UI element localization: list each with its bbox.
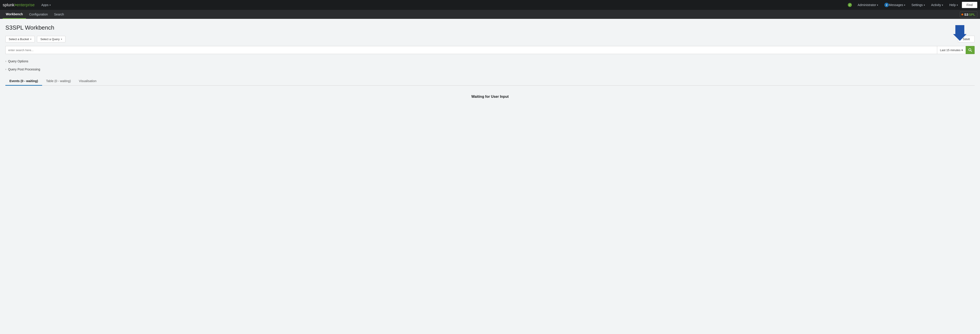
apps-label: Apps [41,3,49,7]
arrow-decoration [953,25,967,42]
administrator-menu[interactable]: Administrator ▾ [856,0,880,10]
apps-chevron-icon: ▾ [49,4,51,6]
administrator-chevron-icon: ▾ [877,4,878,6]
tab-events[interactable]: Events (0 - waiting) [5,77,42,86]
tab-visualisation[interactable]: Visualisation [75,77,100,86]
help-chevron-icon: ▾ [957,4,958,6]
secondary-navigation: Workbench Configuration Search S3 SPL [0,10,980,19]
activity-chevron-icon: ▾ [942,4,943,6]
messages-label: Messages [889,3,903,7]
configuration-label: Configuration [29,13,48,16]
tab-visualisation-label: Visualisation [79,79,96,83]
search-button[interactable] [966,46,975,54]
search-icon [968,48,972,52]
time-picker-chevron-icon: ▾ [961,48,963,52]
main-content: S3SPL Workbench Select a Bucket ▾ Select… [0,19,980,334]
query-options-chevron-icon: › [5,60,6,63]
query-options-label: Query Options [8,59,28,63]
status-check-icon: ✓ [849,3,851,6]
workbench-nav-item[interactable]: Workbench [3,10,26,19]
time-picker-label: Last 15 minutes [940,48,961,52]
query-options-section[interactable]: › Query Options [5,57,975,65]
help-menu[interactable]: Help ▾ [947,0,960,10]
find-button[interactable]: Find [962,2,977,8]
activity-label: Activity [931,3,941,7]
administrator-label: Administrator [858,3,876,7]
settings-label: Settings [912,3,923,7]
workbench-label: Workbench [6,12,23,16]
svg-marker-0 [953,25,967,41]
select-query-button[interactable]: Select a Query ▾ [37,36,65,42]
status-indicator: ✓ [846,3,854,7]
toolbar-row: Select a Bucket ▾ Select a Query ▾ Save [5,36,975,42]
svg-line-2 [970,51,972,51]
tab-events-label: Events (0 - waiting) [10,79,38,83]
messages-badge: 2 [885,3,889,7]
query-post-processing-section[interactable]: › Query Post Processing [5,65,975,74]
select-bucket-button[interactable]: Select a Bucket ▾ [5,36,35,42]
select-query-label: Select a Query [40,37,60,41]
select-query-caret-icon: ▾ [61,38,62,40]
results-tabs: Events (0 - waiting) Table (0 - waiting)… [5,77,975,86]
top-navigation: splunk>enterprise Apps ▾ ✓ Administrator… [0,0,980,10]
messages-chevron-icon: ▾ [904,4,905,6]
query-post-processing-chevron-icon: › [5,68,6,71]
search-input[interactable] [5,46,937,54]
logo: splunk>enterprise [3,3,35,7]
badge-s3-text: S3 [964,13,968,16]
search-bar: Last 15 minutes ▾ [5,46,975,54]
query-post-processing-label: Query Post Processing [8,67,40,71]
badge-spl-text: SPL [969,13,975,16]
activity-menu[interactable]: Activity ▾ [929,0,945,10]
messages-menu[interactable]: 2 Messages ▾ [882,0,907,10]
settings-menu[interactable]: Settings ▾ [909,0,927,10]
status-dot-icon: ✓ [848,3,852,7]
splunk-logo-text: splunk>enterprise [3,3,35,7]
tab-table[interactable]: Table (0 - waiting) [42,77,75,86]
time-picker-button[interactable]: Last 15 minutes ▾ [937,46,966,54]
settings-chevron-icon: ▾ [924,4,925,6]
select-bucket-caret-icon: ▾ [30,38,31,40]
apps-menu[interactable]: Apps ▾ [39,0,53,10]
tab-table-label: Table (0 - waiting) [46,79,71,83]
select-bucket-label: Select a Bucket [9,37,29,41]
page-title: S3SPL Workbench [5,24,975,31]
search-label: Search [54,13,64,16]
help-label: Help [949,3,956,7]
waiting-message: Waiting for User Input [5,86,975,108]
s3spl-logo-badge: S3 SPL [960,11,977,18]
configuration-nav-item[interactable]: Configuration [26,10,51,19]
search-nav-item[interactable]: Search [51,10,67,19]
